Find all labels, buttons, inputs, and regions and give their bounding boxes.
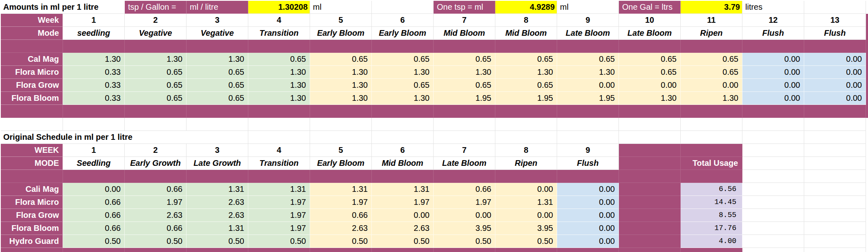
value-cell[interactable]: 1.30: [495, 66, 557, 79]
value-cell[interactable]: 0.65: [619, 66, 681, 79]
mode-cell[interactable]: Mid Bloom: [495, 27, 557, 40]
week-number-cell[interactable]: 9: [557, 14, 619, 27]
week-number-cell[interactable]: 5: [310, 14, 372, 27]
empty-cell[interactable]: [804, 196, 866, 209]
week-number-cell[interactable]: 10: [619, 14, 681, 27]
blank-purple-cell[interactable]: [557, 248, 619, 252]
empty-cell[interactable]: [495, 118, 557, 131]
mode-cell[interactable]: Mid Bloom: [372, 157, 434, 170]
value-cell[interactable]: 0.00: [434, 209, 495, 222]
empty-cell[interactable]: [248, 131, 310, 144]
value-cell[interactable]: 0.00: [742, 92, 804, 105]
value-cell[interactable]: 1.97: [434, 196, 495, 209]
value-cell[interactable]: 0.33: [63, 79, 125, 92]
converter-value-cell[interactable]: 3.79: [681, 1, 742, 14]
row-label-cell[interactable]: Cal Mag: [1, 53, 63, 66]
empty-cell[interactable]: [434, 131, 495, 144]
value-cell[interactable]: 1.95: [434, 92, 495, 105]
value-cell[interactable]: 0.00: [804, 92, 866, 105]
value-cell[interactable]: 0.00: [804, 66, 866, 79]
table2-title-cell[interactable]: Original Schedule in ml per 1 litre: [1, 131, 187, 144]
value-cell[interactable]: 1.31: [310, 183, 372, 196]
value-cell[interactable]: 0.66: [310, 209, 372, 222]
value-cell[interactable]: 0.00: [372, 209, 434, 222]
blank-purple-cell[interactable]: [619, 222, 681, 235]
value-cell[interactable]: 1.97: [248, 222, 310, 235]
empty-cell[interactable]: [681, 131, 742, 144]
blank-purple-cell[interactable]: [681, 170, 742, 183]
converter-label-cell[interactable]: One tsp = ml: [434, 1, 495, 14]
unit-label-cell[interactable]: ml: [310, 1, 372, 14]
week-number-cell[interactable]: 2: [125, 14, 187, 27]
empty-cell[interactable]: [619, 131, 681, 144]
blank-purple-cell[interactable]: [557, 105, 619, 118]
week-number-cell[interactable]: 1: [63, 144, 125, 157]
value-cell[interactable]: 1.30: [557, 66, 619, 79]
value-cell[interactable]: 1.30: [619, 92, 681, 105]
row-label-cell[interactable]: Flora Bloom: [1, 92, 63, 105]
value-cell[interactable]: 1.31: [495, 196, 557, 209]
empty-cell[interactable]: [187, 118, 248, 131]
value-cell[interactable]: 1.30: [187, 53, 248, 66]
mode-cell[interactable]: Vegative: [125, 27, 187, 40]
row-label-cell[interactable]: Flora Grow: [1, 79, 63, 92]
empty-cell[interactable]: [619, 118, 681, 131]
blank-purple-cell[interactable]: [187, 40, 248, 53]
empty-cell[interactable]: [372, 118, 434, 131]
blank-purple-cell[interactable]: [372, 170, 434, 183]
blank-purple-cell[interactable]: [681, 40, 742, 53]
week-number-cell[interactable]: 7: [434, 144, 495, 157]
unit-label-cell[interactable]: ml: [557, 1, 619, 14]
value-cell[interactable]: 0.00: [495, 183, 557, 196]
converter-label-cell[interactable]: One Gal = ltrs: [619, 1, 681, 14]
mode-cell[interactable]: Ripen: [681, 27, 742, 40]
value-cell[interactable]: 0.65: [187, 66, 248, 79]
value-cell[interactable]: 0.00: [557, 235, 619, 248]
value-cell[interactable]: 0.50: [372, 235, 434, 248]
value-cell[interactable]: 0.66: [434, 183, 495, 196]
value-cell[interactable]: 0.00: [557, 222, 619, 235]
row-label-cell[interactable]: Flora Micro: [1, 196, 63, 209]
value-cell[interactable]: 0.00: [557, 183, 619, 196]
value-cell[interactable]: 0.65: [495, 79, 557, 92]
empty-cell[interactable]: [248, 118, 310, 131]
value-cell[interactable]: 0.65: [434, 79, 495, 92]
value-cell[interactable]: 0.65: [187, 79, 248, 92]
week-number-cell[interactable]: 1: [63, 14, 125, 27]
blank-purple-cell[interactable]: [619, 248, 681, 252]
value-cell[interactable]: 0.65: [187, 92, 248, 105]
value-cell[interactable]: 0.65: [310, 53, 372, 66]
converter-label-cell[interactable]: ml / litre: [187, 1, 248, 14]
total-value-cell[interactable]: 8.55: [681, 209, 742, 222]
empty-cell[interactable]: [310, 118, 372, 131]
value-cell[interactable]: 1.30: [125, 53, 187, 66]
value-cell[interactable]: 0.50: [310, 235, 372, 248]
week-number-cell[interactable]: 11: [681, 14, 742, 27]
value-cell[interactable]: 0.65: [125, 79, 187, 92]
empty-cell[interactable]: [742, 118, 804, 131]
value-cell[interactable]: 0.65: [619, 53, 681, 66]
value-cell[interactable]: 1.30: [248, 66, 310, 79]
value-cell[interactable]: 1.97: [125, 196, 187, 209]
empty-cell[interactable]: [372, 131, 434, 144]
blank-purple-cell[interactable]: [1, 40, 63, 53]
blank-purple-cell[interactable]: [434, 248, 495, 252]
value-cell[interactable]: 3.95: [434, 222, 495, 235]
blank-purple-cell[interactable]: [804, 105, 866, 118]
value-cell[interactable]: 1.31: [187, 222, 248, 235]
value-cell[interactable]: 0.66: [63, 222, 125, 235]
value-cell[interactable]: 0.50: [187, 235, 248, 248]
empty-cell[interactable]: [681, 118, 742, 131]
blank-purple-cell[interactable]: [557, 40, 619, 53]
value-cell[interactable]: 0.65: [495, 53, 557, 66]
week-number-cell[interactable]: 6: [372, 144, 434, 157]
week-number-cell[interactable]: 4: [248, 144, 310, 157]
blank-purple-cell[interactable]: [681, 144, 742, 157]
value-cell[interactable]: 2.63: [125, 209, 187, 222]
blank-purple-cell[interactable]: [495, 40, 557, 53]
blank-purple-cell[interactable]: [63, 248, 125, 252]
blank-purple-cell[interactable]: [63, 170, 125, 183]
value-cell[interactable]: 1.30: [248, 79, 310, 92]
blank-purple-cell[interactable]: [310, 248, 372, 252]
blank-purple-cell[interactable]: [619, 157, 681, 170]
